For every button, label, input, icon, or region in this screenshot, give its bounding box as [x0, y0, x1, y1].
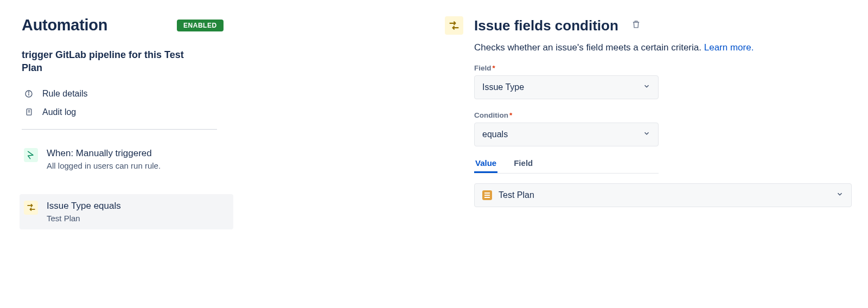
field-label: Field: [474, 64, 492, 72]
svg-point-2: [28, 92, 29, 92]
required-marker: *: [509, 111, 512, 119]
condition-icon: [24, 201, 38, 215]
step-trigger[interactable]: When: Manually triggered All logged in u…: [22, 145, 239, 174]
selected-value: Test Plan: [499, 190, 534, 200]
trigger-icon: [24, 148, 38, 162]
trash-icon[interactable]: [631, 20, 641, 31]
chevron-down-icon: [643, 130, 650, 139]
condition-select[interactable]: equals: [474, 123, 659, 146]
menu-audit-log[interactable]: Audit log: [22, 103, 239, 121]
config-panel: Issue fields condition Checks whether an…: [445, 16, 868, 229]
step-sub: All logged in users can run rule.: [47, 161, 161, 170]
required-marker: *: [493, 64, 495, 72]
divider: [22, 129, 217, 130]
config-description: Checks whether an issue's field meets a …: [474, 42, 704, 53]
rule-name: trigger GitLab pipeline for this Test Pl…: [22, 48, 206, 75]
learn-more-link[interactable]: Learn more.: [704, 42, 754, 53]
condition-icon: [445, 16, 463, 35]
condition-label: Condition: [474, 111, 508, 119]
info-icon: [24, 89, 34, 99]
tab-field[interactable]: Field: [513, 158, 534, 173]
step-title: When: Manually triggered: [47, 148, 161, 159]
chevron-down-icon: [643, 82, 650, 92]
document-icon: [24, 107, 34, 117]
field-select[interactable]: Issue Type: [474, 75, 659, 99]
menu-label: Rule details: [42, 89, 88, 99]
menu-rule-details[interactable]: Rule details: [22, 85, 239, 103]
issuetype-icon: [482, 190, 492, 200]
field-value: Issue Type: [482, 82, 524, 92]
value-select[interactable]: Test Plan: [474, 183, 852, 207]
tabs: Value Field: [474, 158, 659, 174]
condition-value: equals: [482, 130, 508, 139]
step-title: Issue Type equals: [47, 201, 121, 211]
left-panel: Automation ENABLED trigger GitLab pipeli…: [22, 16, 239, 229]
step-sub: Test Plan: [47, 214, 121, 223]
menu-label: Audit log: [42, 107, 76, 117]
tab-value[interactable]: Value: [474, 158, 497, 173]
config-title: Issue fields condition: [474, 17, 618, 34]
page-title: Automation: [22, 16, 107, 34]
status-badge: ENABLED: [177, 20, 224, 31]
chevron-down-icon: [836, 190, 844, 200]
step-condition[interactable]: Issue Type equals Test Plan: [20, 194, 233, 229]
